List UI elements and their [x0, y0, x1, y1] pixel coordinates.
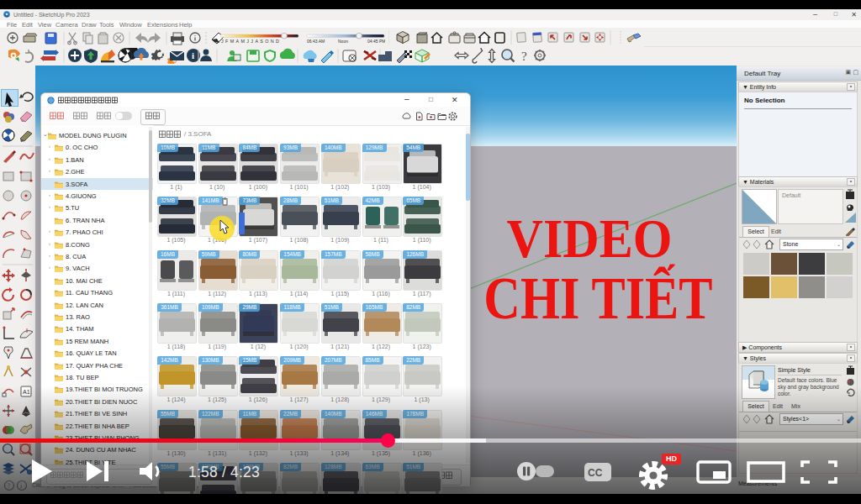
- svg-text:JFMAMJJASOND: JFMAMJJASOND: [221, 39, 281, 44]
- svg-text:06:43 AM: 06:43 AM: [307, 39, 325, 44]
- svg-text:CC: CC: [588, 467, 603, 479]
- svg-text:Noon: Noon: [338, 39, 348, 44]
- svg-text:04:45 PM: 04:45 PM: [367, 39, 385, 44]
- svg-text:?: ?: [521, 50, 527, 63]
- svg-text:i: i: [192, 50, 194, 60]
